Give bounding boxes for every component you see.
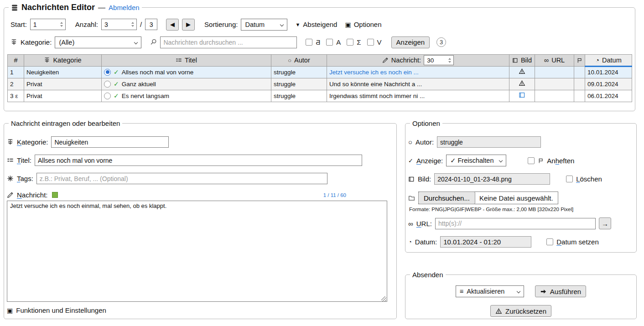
table-row-2[interactable]: 2 Privat ✓Ganz aktuell struggle Und so k… bbox=[8, 78, 632, 90]
no-file-text: Keine Datei ausgewählt. bbox=[479, 194, 553, 202]
filter-flag-label-2: A bbox=[336, 38, 341, 46]
pagination-toolbar: Start: Anzahl: / 3 ◀ ▶ Sortierung: Datum… bbox=[10, 19, 632, 31]
editor-message-label-row: Nachricht: 1 / 11 / 60 bbox=[7, 191, 387, 199]
url-input[interactable] bbox=[435, 218, 596, 229]
submit-legend: Absenden bbox=[410, 271, 446, 279]
anzahl-spinner[interactable] bbox=[130, 20, 136, 29]
nachrichten-editor-app: Nachrichten Editor — Abmelden Start: Anz… bbox=[0, 0, 644, 326]
col-titel[interactable]: Titel bbox=[102, 54, 271, 66]
list-icon bbox=[176, 57, 182, 63]
editor-category-row: Kategorie: bbox=[7, 136, 394, 148]
editor-tags-input[interactable] bbox=[36, 173, 327, 184]
sort-direction-toggle[interactable]: ▼ Absteigend bbox=[295, 21, 337, 28]
filter-flag-checkbox-3[interactable] bbox=[347, 39, 353, 46]
set-date-checkbox[interactable] bbox=[546, 238, 553, 245]
url-go-button[interactable]: → bbox=[599, 217, 611, 229]
date-label: Datum: bbox=[415, 238, 437, 246]
pin-label: Anheften bbox=[547, 157, 574, 165]
editor-message-label: Nachricht: bbox=[17, 191, 48, 199]
col-datum[interactable]: ◔Datum bbox=[585, 54, 632, 66]
message-preview[interactable]: Und so könnte eine Nachricht a ... bbox=[329, 81, 422, 88]
row-number: 1 bbox=[8, 66, 24, 78]
filter-category-value: (Alle) bbox=[59, 39, 74, 46]
chevron-down-icon bbox=[499, 159, 503, 162]
image-filename-input bbox=[434, 173, 550, 185]
select-radio[interactable] bbox=[104, 69, 111, 76]
functions-toggle[interactable]: ▣ Funktionen und Einstellungen bbox=[7, 306, 394, 314]
next-page-button[interactable]: ▶ bbox=[182, 19, 195, 31]
pin-checkbox[interactable] bbox=[528, 157, 535, 164]
execute-button[interactable]: Ausführen bbox=[535, 285, 586, 297]
clock-icon: ◔ bbox=[408, 238, 412, 245]
filter-toolbar: Kategorie: (Alle) Ƌ A Σ V Anzeigen 3 bbox=[10, 36, 632, 48]
url-row: ∞ URL: → bbox=[408, 217, 634, 229]
options-toggle[interactable]: ▣ Optionen bbox=[345, 21, 381, 28]
filter-category-label: Kategorie: bbox=[21, 38, 52, 46]
delete-image-checkbox[interactable] bbox=[566, 176, 573, 182]
col-flag[interactable] bbox=[574, 54, 585, 66]
browse-button[interactable]: Durchsuchen... bbox=[418, 191, 475, 204]
filter-flag-checkbox-2[interactable] bbox=[326, 39, 333, 46]
table-row-1[interactable]: 1 Neuigkeiten ✓Allses noch mal von vorne… bbox=[8, 66, 632, 78]
options-panel: Optionen ○ Autor: ✓ Anzeige: ✓ Freischal… bbox=[405, 119, 637, 253]
col-autor[interactable]: ○Autor bbox=[271, 54, 327, 66]
infinity-icon: ∞ bbox=[408, 220, 413, 228]
pencil-icon bbox=[7, 191, 14, 198]
date-input bbox=[440, 236, 531, 248]
col-bild[interactable]: Bild bbox=[509, 54, 535, 66]
category-icon bbox=[44, 57, 50, 63]
filter-flag-label-1: Ƌ bbox=[316, 38, 320, 46]
anzeigen-button[interactable]: Anzeigen bbox=[391, 36, 430, 48]
character-counter: 1 / 11 / 60 bbox=[323, 192, 346, 198]
filter-category-select[interactable]: (Alle) bbox=[55, 36, 141, 48]
filter-flag-checkbox-4[interactable] bbox=[367, 39, 374, 46]
row-author: struggle bbox=[271, 90, 327, 102]
sort-select[interactable]: Datum bbox=[241, 19, 287, 31]
editor-category-input[interactable] bbox=[51, 136, 169, 148]
circle-icon: ○ bbox=[408, 138, 412, 146]
prev-icon: ◀ bbox=[170, 21, 175, 28]
reset-button[interactable]: Zurücksetzen bbox=[490, 305, 551, 317]
sort-select-value: Datum bbox=[245, 21, 265, 28]
start-input-wrap bbox=[30, 19, 66, 30]
col-nachricht[interactable]: Nachricht: bbox=[327, 54, 509, 66]
start-spinner[interactable] bbox=[58, 20, 65, 29]
start-label: Start: bbox=[10, 21, 27, 28]
row-number: 2 bbox=[8, 78, 24, 90]
editor-title-input[interactable] bbox=[35, 155, 362, 166]
row-author: struggle bbox=[271, 66, 327, 78]
display-select[interactable]: ✓ Freischalten bbox=[446, 155, 506, 166]
resize-handle[interactable] bbox=[381, 296, 386, 301]
row-category: Privat bbox=[24, 90, 102, 102]
select-radio[interactable] bbox=[104, 93, 111, 99]
logout-link[interactable]: Abmelden bbox=[109, 4, 140, 11]
message-preview-link[interactable]: Jetzt versuche ich es noch ein ... bbox=[329, 69, 419, 76]
col-kategorie[interactable]: Kategorie bbox=[24, 54, 102, 66]
search-input[interactable] bbox=[160, 36, 297, 48]
message-length-spinner[interactable] bbox=[447, 56, 453, 64]
image-icon bbox=[408, 176, 415, 182]
prev-page-button[interactable]: ◀ bbox=[166, 19, 179, 31]
editor-title-label: Titel: bbox=[17, 156, 31, 164]
message-preview[interactable]: Irgendwas stimmt noch immer ni ... bbox=[329, 93, 425, 99]
col-url[interactable]: ∞URL bbox=[535, 54, 574, 66]
row-flag-cell bbox=[574, 66, 585, 78]
row-title: Ganz aktuell bbox=[122, 81, 156, 88]
next-icon: ▶ bbox=[186, 21, 191, 28]
check-icon: ✓ bbox=[408, 157, 413, 164]
warning-icon bbox=[495, 308, 502, 315]
clock-icon: ◔ bbox=[595, 57, 599, 64]
display-select-value: ✓ Freischalten bbox=[450, 157, 493, 164]
file-input[interactable]: Durchsuchen... Keine Datei ausgewählt. bbox=[418, 191, 558, 204]
pencil-icon bbox=[382, 57, 389, 63]
message-textarea[interactable]: Jetzt versuche ich es noch einmal, mal s… bbox=[7, 201, 387, 302]
table-header-row: # Kategorie Titel ○Autor Nachricht: bbox=[8, 54, 632, 66]
options-toggle-label: Optionen bbox=[354, 21, 382, 28]
filter-flag-checkbox-1[interactable] bbox=[306, 39, 312, 46]
sort-label: Sortierung: bbox=[204, 21, 238, 28]
col-num[interactable]: # bbox=[8, 54, 24, 66]
table-row-3[interactable]: 3ε Privat ✓Es nervt langsam struggle Irg… bbox=[8, 90, 632, 102]
action-select[interactable]: ≡ Aktualisieren bbox=[456, 285, 524, 297]
select-radio[interactable] bbox=[104, 81, 111, 88]
display-row: ✓ Anzeige: ✓ Freischalten Anheften bbox=[408, 155, 634, 166]
